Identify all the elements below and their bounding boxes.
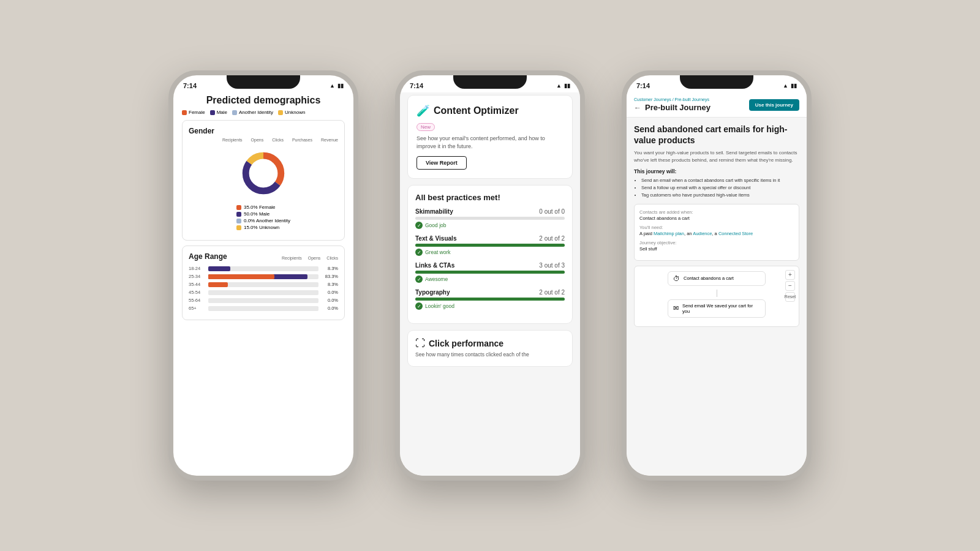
click-performance-card: ⛶ Click performance See how many times c… <box>407 330 573 367</box>
bp-text-visuals: Text & Visuals 2 out of 2 ✓Great work <box>415 235 565 256</box>
wifi-icon-3: ▲ <box>783 83 788 89</box>
flow-node-1-label: Contact abandons a cart <box>684 276 734 281</box>
bp-typo-check: Lookin' good <box>425 303 454 309</box>
age-row-25-34: 25-34 83.3% <box>189 274 338 279</box>
status-time-1: 7:14 <box>183 82 197 89</box>
donut-legend: 35.0% Female 50.0% Male 0.0% Another Ide… <box>236 204 290 230</box>
status-icons-3: ▲ ▮▮ <box>783 83 797 89</box>
journey-main-title: Send abandoned cart emails for high-valu… <box>634 124 799 146</box>
flow-node-1-icon: ⏱ <box>673 275 680 282</box>
click-perf-icon: ⛶ <box>415 338 425 349</box>
bp-lc-name: Links & CTAs <box>415 262 454 269</box>
content-optimizer-card: 🧪 Content Optimizer New See how your ema… <box>407 95 573 179</box>
optimizer-icon: 🧪 <box>417 104 430 118</box>
journey-body: Send abandoned cart emails for high-valu… <box>627 118 807 333</box>
dl-unknown: 15.0% Unknown <box>244 225 279 230</box>
optimizer-desc: See how your email's content performed, … <box>417 135 564 150</box>
mailchimp-plan-link[interactable]: Mailchimp plan <box>654 231 684 236</box>
journey-will-list: Send an email when a contact abandons ca… <box>634 177 799 199</box>
dl-another: 0.0% Another Identity <box>244 218 290 223</box>
col-revenue: Revenue <box>321 138 338 142</box>
flow-zoom-out[interactable]: − <box>785 281 795 291</box>
phone2-content: 🧪 Content Optimizer New See how your ema… <box>400 92 580 476</box>
connected-store-link[interactable]: Connected Store <box>718 231 753 236</box>
journey-header: Customer Journeys / Pre-built Journeys ←… <box>627 92 807 118</box>
youll-need-value: A paid Mailchimp plan, an Audience, a Co… <box>639 231 794 236</box>
journey-will-item-2: Send a follow up email with a special of… <box>641 184 799 192</box>
battery-icon-2: ▮▮ <box>564 83 570 89</box>
col-clicks: Clicks <box>272 138 284 142</box>
best-practices-card: All best practices met! Skimmability 0 o… <box>407 185 573 324</box>
bp-tv-check: Great work <box>425 249 451 255</box>
col-opens: Opens <box>251 138 264 142</box>
notch-2 <box>453 75 527 89</box>
phone-1: 7:14 ▲ ▮▮ Predicted demographics Female … <box>168 70 358 481</box>
bp-skimmability-name: Skimmability <box>415 208 453 215</box>
view-report-button[interactable]: View Report <box>417 156 467 170</box>
use-journey-button[interactable]: Use this journey <box>749 99 799 111</box>
col-recipients: Recipients <box>222 138 243 142</box>
bp-tv-name: Text & Visuals <box>415 235 456 242</box>
legend-unknown: Unknown <box>278 110 305 115</box>
flow-node-2-label: Send email We saved your cart for you <box>682 303 760 314</box>
demo-title: Predicted demographics <box>182 95 345 106</box>
flow-node-2-icon: ✉ <box>673 304 679 312</box>
age-col-clicks: Clicks <box>326 256 338 260</box>
journey-desc: You want your high-value products to sel… <box>634 149 799 163</box>
flow-connector <box>717 290 717 297</box>
age-row-65plus: 65+ 0.0% <box>189 305 338 311</box>
phone3-content: Customer Journeys / Pre-built Journeys ←… <box>627 92 807 476</box>
bp-lc-score: 3 out of 3 <box>539 262 565 269</box>
journey-info-grid: Contacts are added when: Contact abandon… <box>634 204 799 261</box>
legend-male-label: Male <box>217 110 227 115</box>
journey-page-title: Pre-built Journey <box>645 103 710 112</box>
flow-node-1: ⏱ Contact abandons a cart <box>668 271 766 286</box>
age-card: Age Range Recipients Opens Clicks 18-24 … <box>182 246 345 320</box>
journey-flow: ⏱ Contact abandons a cart ✉ Send email W… <box>634 266 799 327</box>
flow-reset[interactable]: Reset <box>785 292 795 302</box>
dl-female: 35.0% Female <box>244 204 276 210</box>
bp-tv-score: 2 out of 2 <box>539 235 565 242</box>
status-icons-1: ▲ ▮▮ <box>330 83 344 89</box>
back-arrow[interactable]: ← <box>634 103 641 112</box>
legend: Female Male Another Identity Unknown <box>182 110 345 115</box>
objective-value: Sell stuff <box>639 246 794 252</box>
audience-link[interactable]: Audience <box>693 231 712 236</box>
legend-another: Another Identity <box>232 110 273 115</box>
flow-node-2: ✉ Send email We saved your cart for you <box>668 299 766 318</box>
bp-typo-name: Typography <box>415 289 450 296</box>
journey-will-item-1: Send an email when a contact abandons ca… <box>641 177 799 184</box>
flow-zoom-in[interactable]: + <box>785 270 795 280</box>
gender-table-header: Recipients Opens Clicks Purchases Revenu… <box>189 138 338 142</box>
bp-links-ctas: Links & CTAs 3 out of 3 ✓Awesome <box>415 262 565 283</box>
status-time-3: 7:14 <box>636 82 650 89</box>
bp-typo-score: 2 out of 2 <box>539 289 565 296</box>
contacts-added-value: Contact abandons a cart <box>639 216 794 221</box>
phone-3: 7:14 ▲ ▮▮ Customer Journeys / Pre-built … <box>622 70 812 481</box>
bp-skimmability-score: 0 out of 0 <box>539 208 565 215</box>
click-perf-title: Click performance <box>429 339 503 348</box>
click-perf-desc: See how many times contacts clicked each… <box>415 351 565 359</box>
notch-3 <box>680 75 753 89</box>
journey-will-item-3: Tag customers who have purchased high-va… <box>641 192 799 199</box>
bp-lc-check: Awesome <box>425 276 448 282</box>
battery-icon-3: ▮▮ <box>791 83 797 89</box>
legend-male: Male <box>210 110 227 115</box>
age-row-55-64: 55-64 0.0% <box>189 298 338 303</box>
gender-title: Gender <box>189 127 338 135</box>
age-row-45-54: 45-54 0.0% <box>189 290 338 295</box>
age-col-opens: Opens <box>308 256 321 260</box>
col-purchases: Purchases <box>292 138 312 142</box>
age-title: Age Range <box>189 252 227 261</box>
age-col-recipients: Recipients <box>282 256 302 260</box>
bp-skimmability-check: Good job <box>425 222 447 228</box>
youll-need-label: You'll need: <box>639 225 794 230</box>
wifi-icon: ▲ <box>330 83 335 89</box>
optimizer-title: Content Optimizer <box>434 105 519 116</box>
objective-label: Journey objective: <box>639 240 794 246</box>
new-badge: New <box>417 123 435 131</box>
gender-card: Gender Recipients Opens Clicks Purchases… <box>182 120 345 241</box>
battery-icon: ▮▮ <box>337 83 344 89</box>
legend-female: Female <box>182 110 205 115</box>
phone-2: 7:14 ▲ ▮▮ 🧪 Content Optimizer New See ho… <box>395 70 585 481</box>
